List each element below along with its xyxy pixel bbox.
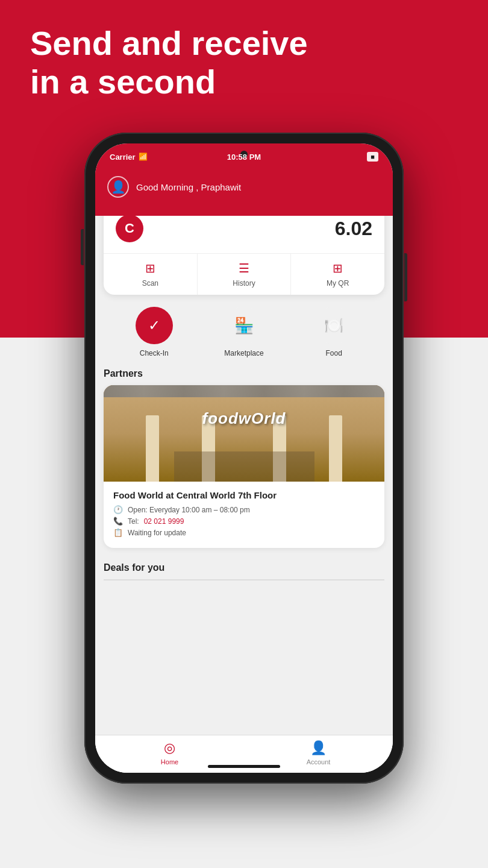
avatar-icon: 👤: [111, 180, 126, 194]
marketplace-action[interactable]: 🏪 Marketplace: [224, 307, 263, 357]
tel-number[interactable]: 02 021 9999: [144, 517, 184, 526]
brand-icon: C: [125, 221, 134, 236]
phone-icon: 📞: [113, 517, 123, 526]
checkin-icon: ✓: [148, 317, 160, 334]
checkin-action[interactable]: ✓ Check-In: [136, 307, 173, 357]
scan-button[interactable]: ⊞ Scan: [104, 254, 198, 295]
deals-section: Deals for you: [104, 558, 384, 585]
marketplace-icon-circle: 🏪: [225, 307, 263, 344]
scan-icon: ⊞: [145, 261, 155, 275]
history-icon: ☰: [239, 261, 249, 275]
battery-icon: ■: [367, 152, 378, 162]
history-label: History: [233, 279, 255, 288]
card-top: C 6.02: [116, 216, 372, 242]
account-label: Account: [307, 758, 331, 766]
myqr-icon: ⊞: [333, 261, 343, 275]
balance-amount: 6.02: [335, 218, 372, 240]
nav-account[interactable]: 👤 Account: [244, 740, 393, 766]
food-icon: 🍽️: [324, 316, 343, 335]
balance-card: C 6.02 ⊞ Scan ☰ History: [104, 216, 384, 295]
hours-detail: 🕐 Open: Everyday 10:00 am – 08:00 pm: [113, 505, 375, 514]
account-icon: 👤: [310, 740, 327, 756]
header-region: 👤 Good Morning , Praphawit: [95, 170, 393, 216]
store-entrance: [174, 451, 314, 482]
food-icon-circle: 🍽️: [315, 307, 352, 344]
partner-card: foodwOrld Food World at Central World 7t…: [104, 385, 384, 548]
wifi-icon: 📶: [139, 153, 148, 161]
partners-title: Partners: [104, 363, 384, 385]
hero-text: Send and receive in a second: [30, 24, 308, 102]
tel-label: Tel:: [128, 517, 139, 526]
phone-screen: Carrier 📶 10:58 PM ■ 👤 Good Morning , Pr…: [95, 143, 393, 773]
home-indicator: [208, 765, 280, 768]
status-detail: 📋 Waiting for update: [113, 528, 375, 537]
card-actions: ⊞ Scan ☰ History ⊞ My QR: [104, 253, 384, 295]
quick-actions: ✓ Check-In 🏪 Marketplace 🍽️: [104, 295, 384, 363]
ceiling-panel: [104, 385, 384, 397]
home-label: Home: [161, 758, 178, 766]
checkin-label: Check-In: [140, 349, 169, 357]
partner-info: Food World at Central World 7th Floor 🕐 …: [104, 482, 384, 548]
food-action[interactable]: 🍽️ Food: [315, 307, 352, 357]
partner-image: foodwOrld: [104, 385, 384, 482]
deals-title: Deals for you: [104, 562, 384, 580]
status-bar: Carrier 📶 10:58 PM ■: [95, 143, 393, 170]
status-time: 10:58 PM: [227, 153, 261, 162]
myqr-label: My QR: [327, 279, 349, 288]
carrier-status: Carrier 📶: [110, 153, 148, 162]
myqr-button[interactable]: ⊞ My QR: [291, 254, 384, 295]
partner-name: Food World at Central World 7th Floor: [113, 490, 375, 500]
pillar-left: [146, 415, 159, 482]
nav-home[interactable]: ◎ Home: [95, 740, 244, 766]
scan-label: Scan: [142, 279, 158, 288]
home-icon: ◎: [164, 740, 175, 756]
checkin-icon-circle: ✓: [136, 307, 173, 344]
carrier-label: Carrier: [110, 153, 136, 162]
greeting-text: Good Morning , Praphawit: [136, 182, 241, 192]
hero-line1: Send and receive: [30, 24, 308, 63]
clock-icon: 🕐: [113, 505, 123, 514]
app-header: 👤 Good Morning , Praphawit: [95, 170, 393, 216]
food-label: Food: [326, 349, 342, 357]
hero-line2: in a second: [30, 63, 308, 101]
brand-logo: C: [116, 216, 143, 242]
avatar[interactable]: 👤: [107, 176, 129, 198]
history-button[interactable]: ☰ History: [198, 254, 292, 295]
store-sign: foodwOrld: [202, 409, 286, 428]
marketplace-icon: 🏪: [234, 316, 254, 335]
pillar-right: [329, 415, 342, 482]
app-content: 👤 Good Morning , Praphawit C 6.02: [95, 170, 393, 773]
note-icon: 📋: [113, 528, 123, 537]
store-image-inner: foodwOrld: [104, 385, 384, 482]
phone-shell: Carrier 📶 10:58 PM ■ 👤 Good Morning , Pr…: [84, 133, 404, 784]
content-scroll: C 6.02 ⊞ Scan ☰ History: [95, 216, 393, 773]
status-text: Waiting for update: [128, 529, 186, 537]
hours-text: Open: Everyday 10:00 am – 08:00 pm: [128, 506, 250, 514]
marketplace-label: Marketplace: [224, 349, 263, 357]
tel-detail: 📞 Tel: 02 021 9999: [113, 517, 375, 526]
